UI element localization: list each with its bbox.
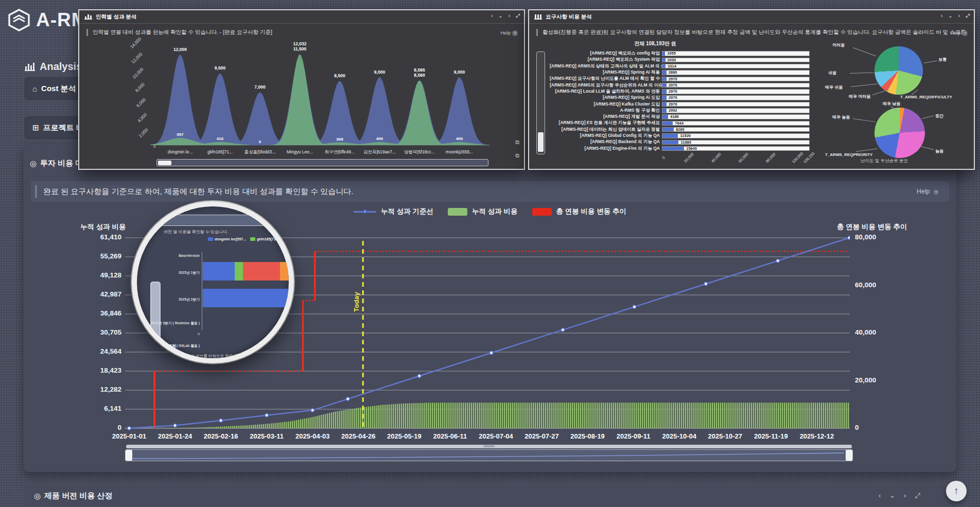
personnel-window-controls: ‹⌄›⤢ xyxy=(491,13,520,19)
requirement-bar-track[interactable]: 2314 xyxy=(662,64,810,69)
requirement-row: [ARMS-REQ] Global Config 의 기능 QA11520 xyxy=(550,133,817,139)
requirements-zoom-slider[interactable] xyxy=(536,51,545,154)
requirement-bar-track[interactable]: 2992 xyxy=(662,108,810,113)
scrollbar-minimap[interactable] xyxy=(125,449,853,461)
magnified-row-label: 2025년 3분기 ( Redmine 활용 ) xyxy=(142,321,200,326)
right-axis-tick: 20,000 xyxy=(855,376,876,384)
requirement-bar-track[interactable]: 8280 xyxy=(662,127,810,132)
cost-analysis-button[interactable]: ⌂ Cost 분석 xyxy=(25,77,85,100)
requirement-value: 2970 xyxy=(669,96,677,100)
requirement-bar-track[interactable]: 2970 xyxy=(662,95,810,100)
slider-handle[interactable] xyxy=(538,132,544,152)
requirement-row: [ARMS-REQ] 데이터는 최신 업데이트 일자로 정렬8280 xyxy=(550,127,817,133)
requirement-value: 7644 xyxy=(675,121,684,126)
scroll-to-top-button[interactable]: ↑ xyxy=(946,481,967,501)
restore-icon[interactable]: ⧉ xyxy=(515,139,519,146)
requirement-row: [ARMS-REQ] Spring Ai 도입2970 xyxy=(550,95,817,101)
requirement-bar-track[interactable]: 11880 xyxy=(662,140,810,145)
scrollbar-strip[interactable] xyxy=(126,445,852,448)
requirement-bar-track[interactable]: 11520 xyxy=(662,133,810,138)
requirement-row: [ARMS-REQ] 백오피스 System 작업2093 xyxy=(550,57,817,63)
right-axis-tick: 0 xyxy=(855,424,859,431)
personnel-corner-icons: ⧉ ⧉ xyxy=(515,139,519,159)
date-axis-tick: 2025-04-26 xyxy=(341,432,376,440)
panel-collapse-button[interactable]: ⌄ xyxy=(498,13,502,19)
legend-swatch-icon xyxy=(208,237,213,241)
legend-swatch-icon xyxy=(250,237,255,241)
pies-caption: 난이도 및 우선순위 분포 xyxy=(817,158,951,164)
panel-next-button[interactable]: › xyxy=(904,492,906,500)
requirement-bar-fill xyxy=(662,115,668,119)
investment-help-button[interactable]: Help ? xyxy=(917,188,939,195)
scrollbar-left-handle[interactable] xyxy=(126,450,132,461)
panel-collapse-button[interactable]: ⌄ xyxy=(889,492,895,500)
personnel-chart-scrollbar[interactable] xyxy=(156,159,488,166)
dashboard-page: { "app": { "logo": "A-RMS" }, "nav": { "… xyxy=(0,0,980,507)
bar-segment xyxy=(235,262,243,281)
requirement-label: [ARMS-REQ] ES 전용 게시판 기능을 구현해 주세요 xyxy=(550,120,662,126)
scrollbar-handle[interactable] xyxy=(158,161,171,165)
svg-text:416: 416 xyxy=(217,136,224,141)
requirement-bar-track[interactable]: 2970 xyxy=(662,89,810,94)
magnifier-overlay[interactable]: 버전 별 비용을 확인할 수 있습니다. dongmin lee[557...g… xyxy=(132,201,294,363)
personnel-panel-title: 인력별 성과 분석 xyxy=(96,13,136,21)
magnified-row-label: 2025년 2분기 xyxy=(142,297,200,302)
requirement-row: [ARMS-REQ] ARMS의 상태와 고객사의 상태 및 ALM 의 상태를… xyxy=(550,63,817,69)
personnel-help-button[interactable]: Help? xyxy=(500,30,518,36)
requirement-bar-track[interactable]: 2093 xyxy=(662,58,810,63)
legend-performance-cost[interactable]: 누적 성과 비용 xyxy=(448,207,518,216)
panel-next-button[interactable]: › xyxy=(958,13,960,19)
date-axis-tick: 2025-07-27 xyxy=(524,432,559,440)
date-axis-tick: 2025-03-11 xyxy=(250,432,284,440)
requirement-bar-track[interactable]: 15840 xyxy=(662,146,810,151)
panel-prev-button[interactable]: ‹ xyxy=(941,13,942,19)
legend-salary-label: 총 연봉 비용 변동 추이 xyxy=(556,207,627,216)
left-axis-tick: 24,564 xyxy=(55,347,121,355)
requirement-bar-track[interactable]: 2880 xyxy=(662,70,810,75)
panel-prev-button[interactable]: ‹ xyxy=(491,13,493,19)
left-axis-tick: 30,705 xyxy=(55,328,121,336)
difficulty-pie-chart[interactable]: 어려움보통쉬움매우 쉬움매우 어려움T_ARMS_REQDIFFICULTY xyxy=(825,41,974,102)
chart-horizontal-scrollbar[interactable] xyxy=(125,445,853,461)
personnel-panel-header[interactable]: 인력별 성과 분석 ‹⌄›⤢ xyxy=(79,10,524,24)
requirements-help-button[interactable]: Help? xyxy=(950,30,968,36)
requirement-bar-fill xyxy=(662,51,665,56)
svg-text:8,565: 8,565 xyxy=(414,67,425,73)
requirement-bar-track[interactable]: 4180 xyxy=(662,114,810,119)
requirement-bar-track[interactable]: 2970 xyxy=(662,77,810,82)
legend-salary-trend[interactable]: 총 연봉 비용 변동 추이 xyxy=(532,207,627,216)
product-version-title: 제품 버전 비용 산정 xyxy=(44,491,113,501)
panel-expand-button[interactable]: ⤢ xyxy=(966,13,970,19)
panel-expand-button[interactable]: ⤢ xyxy=(915,492,920,500)
requirement-value: 2970 xyxy=(669,77,677,81)
help-question-icon: ? xyxy=(933,189,939,195)
scrollbar-right-handle[interactable] xyxy=(846,450,852,461)
left-axis-tick: 42,987 xyxy=(55,290,121,298)
panel-expand-button[interactable]: ⤢ xyxy=(516,13,520,19)
requirement-bar-track[interactable]: 2970 xyxy=(662,83,810,88)
requirement-bar-track[interactable]: 7644 xyxy=(662,121,810,126)
requirement-bar-track[interactable]: 2970 xyxy=(662,102,810,107)
pie-connector-icon xyxy=(851,84,878,87)
priority-pie-chart[interactable]: 매우 낮음중간높음T_ARMS_REQPRIORITY매우 높음 xyxy=(825,101,974,165)
requirements-panel-header[interactable]: 요구사항 비용 분석 ‹⌄›⤢ xyxy=(529,10,974,24)
scrollbar-grip-icon[interactable] xyxy=(483,445,495,447)
legend-baseline[interactable]: 누적 성과 기준선 xyxy=(354,207,433,216)
bar-chart-icon xyxy=(84,14,92,20)
panel-next-button[interactable]: › xyxy=(509,13,510,19)
svg-text:Today: Today xyxy=(353,292,360,312)
left-axis-tick: 0 xyxy=(55,424,121,431)
panel-collapse-button[interactable]: ⌄ xyxy=(948,13,952,19)
copy-icon[interactable]: ⧉ xyxy=(515,152,519,159)
requirement-bar-track[interactable]: 1955 xyxy=(662,51,810,56)
panel-prev-button[interactable]: ‹ xyxy=(879,492,881,500)
project-cost-button[interactable]: ⊞ 프로젝트 비 xyxy=(25,116,85,139)
requirements-xtick: 108,193 xyxy=(802,151,816,165)
magnified-description: 버전 별 비용을 확인할 수 있습니다. xyxy=(164,229,228,235)
personnel-bell-chart[interactable]: 2,0004,0006,0008,00010,00012,00014,00001… xyxy=(124,31,496,158)
svg-text:홍성흠|5fedd3...: 홍성흠|5fedd3... xyxy=(244,149,276,154)
chart-legend: 누적 성과 기준선 누적 성과 비용 총 연봉 비용 변동 추이 xyxy=(24,207,956,216)
svg-text:8,560: 8,560 xyxy=(414,73,425,78)
svg-text:11,500: 11,500 xyxy=(293,46,307,51)
requirement-label: [ARMS-REQ] 요구사항의 난이도를 ALM 에서 확인 할 수 없어서.… xyxy=(550,76,662,82)
